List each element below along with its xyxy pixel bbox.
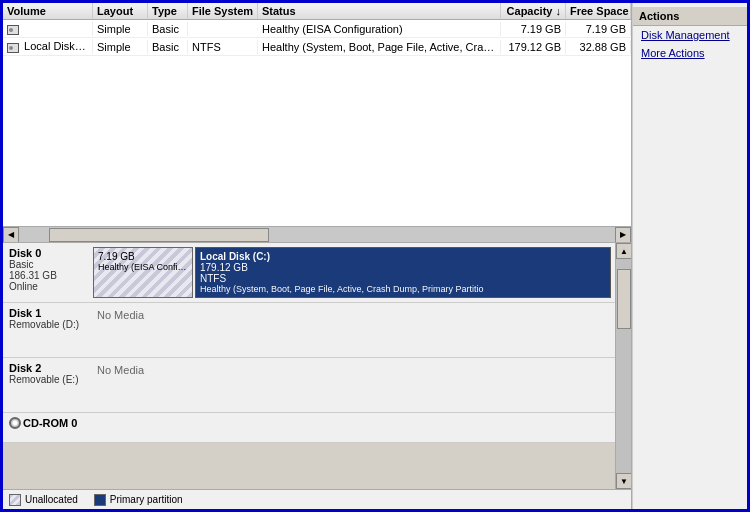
disk-type-1: Removable (D:) — [9, 319, 87, 330]
swatch-unallocated — [9, 494, 21, 506]
partition-fs-ntfs: NTFS — [200, 273, 606, 284]
cell-freespace-0: 7.19 GB — [566, 22, 631, 36]
disk-type-0: Basic — [9, 259, 87, 270]
col-header-volume[interactable]: Volume — [3, 3, 93, 19]
cell-layout-1: Simple — [93, 40, 148, 54]
partition-ntfs-0[interactable]: Local Disk (C:) 179.12 GB NTFS Healthy (… — [195, 247, 611, 298]
disk-label-1: Disk 1 Removable (D:) — [3, 303, 93, 357]
cell-type-1: Basic — [148, 40, 188, 54]
volume-table-body: Simple Basic Healthy (EISA Configuration… — [3, 20, 631, 226]
scroll-left-button[interactable]: ◀ — [3, 227, 19, 243]
disk-row-0: Disk 0 Basic 186.31 GB Online 7.19 GB He… — [3, 243, 615, 303]
disk-row-2: Disk 2 Removable (E:) No Media — [3, 358, 615, 413]
disk-icon-0 — [7, 25, 19, 35]
cell-fs-1: NTFS — [188, 40, 258, 54]
disk-label-2: Disk 2 Removable (E:) — [3, 358, 93, 412]
scroll-right-button[interactable]: ▶ — [615, 227, 631, 243]
cell-capacity-0: 7.19 GB — [501, 22, 566, 36]
disk-size-0: 186.31 GB — [9, 270, 87, 281]
disk-row-cdrom: CD-ROM 0 — [3, 413, 615, 443]
col-header-filesystem[interactable]: File System — [188, 3, 258, 19]
legend-bar: Unallocated Primary partition — [3, 489, 631, 509]
col-header-status[interactable]: Status — [258, 3, 501, 19]
cell-type-0: Basic — [148, 22, 188, 36]
col-header-capacity[interactable]: Capacity ↓ — [501, 3, 566, 19]
scroll-up-button[interactable]: ▲ — [616, 243, 631, 259]
disk-status-0: Online — [9, 281, 87, 292]
table-header: Volume Layout Type File System Status Ca… — [3, 3, 631, 20]
disk-id-cdrom: CD-ROM 0 — [9, 417, 87, 429]
col-header-freespace[interactable]: Free Space — [566, 3, 631, 19]
left-panel: Volume Layout Type File System Status Ca… — [3, 3, 632, 509]
vscroll-track[interactable] — [616, 259, 631, 473]
disk-id-2: Disk 2 — [9, 362, 87, 374]
partition-size-ntfs: 179.12 GB — [200, 262, 606, 273]
col-header-type[interactable]: Type — [148, 3, 188, 19]
action-disk-management[interactable]: Disk Management — [633, 26, 747, 44]
cell-status-0: Healthy (EISA Configuration) — [258, 22, 501, 36]
swatch-primary — [94, 494, 106, 506]
cell-volume-1: Local Disk (C:) — [3, 39, 93, 53]
main-window: Volume Layout Type File System Status Ca… — [0, 0, 750, 512]
disk-view-inner: Disk 0 Basic 186.31 GB Online 7.19 GB He… — [3, 243, 615, 489]
legend-unallocated: Unallocated — [9, 494, 78, 506]
cell-capacity-1: 179.12 GB — [501, 40, 566, 54]
cdrom-icon — [9, 417, 21, 429]
cell-volume-0 — [3, 21, 93, 35]
disk-type-2: Removable (E:) — [9, 374, 87, 385]
actions-panel: Actions Disk Management More Actions — [632, 3, 747, 509]
volume-table-area: Volume Layout Type File System Status Ca… — [3, 3, 631, 243]
actions-header: Actions — [633, 7, 747, 26]
cell-status-1: Healthy (System, Boot, Page File, Active… — [258, 40, 501, 54]
partition-status-eisa: Healthy (EISA Configuration) — [98, 262, 188, 272]
table-row[interactable]: Local Disk (C:) Simple Basic NTFS Health… — [3, 38, 631, 56]
partition-eisa-0[interactable]: 7.19 GB Healthy (EISA Configuration) — [93, 247, 193, 298]
action-more-actions[interactable]: More Actions — [633, 44, 747, 62]
scroll-down-button[interactable]: ▼ — [616, 473, 631, 489]
partition-name-ntfs: Local Disk (C:) — [200, 251, 606, 262]
disk-row-1: Disk 1 Removable (D:) No Media — [3, 303, 615, 358]
legend-label-unallocated: Unallocated — [25, 494, 78, 505]
disk-label-cdrom: CD-ROM 0 — [3, 413, 93, 442]
cdrom-empty — [93, 413, 615, 442]
disk-no-media-2: No Media — [93, 358, 615, 412]
disk-view-area: Disk 0 Basic 186.31 GB Online 7.19 GB He… — [3, 243, 631, 509]
disk-id-0: Disk 0 — [9, 247, 87, 259]
scroll-track[interactable] — [19, 227, 615, 243]
disk-id-1: Disk 1 — [9, 307, 87, 319]
scroll-thumb[interactable] — [49, 228, 269, 242]
disk-label-0: Disk 0 Basic 186.31 GB Online — [3, 243, 93, 302]
horizontal-scrollbar[interactable]: ◀ ▶ — [3, 226, 631, 242]
cell-freespace-1: 32.88 GB — [566, 40, 631, 54]
table-row[interactable]: Simple Basic Healthy (EISA Configuration… — [3, 20, 631, 38]
disk-icon-1 — [7, 43, 19, 53]
vscroll-thumb[interactable] — [617, 269, 631, 329]
col-header-layout[interactable]: Layout — [93, 3, 148, 19]
partition-status-ntfs: Healthy (System, Boot, Page File, Active… — [200, 284, 606, 294]
vertical-scrollbar[interactable]: ▲ ▼ — [615, 243, 631, 489]
disk-no-media-1: No Media — [93, 303, 615, 357]
disk-scroll-area: Disk 0 Basic 186.31 GB Online 7.19 GB He… — [3, 243, 631, 489]
disk-partitions-0: 7.19 GB Healthy (EISA Configuration) Loc… — [93, 243, 615, 302]
legend-label-primary: Primary partition — [110, 494, 183, 505]
cell-layout-0: Simple — [93, 22, 148, 36]
legend-primary: Primary partition — [94, 494, 183, 506]
cell-fs-0 — [188, 28, 258, 30]
partition-size-eisa: 7.19 GB — [98, 251, 188, 262]
